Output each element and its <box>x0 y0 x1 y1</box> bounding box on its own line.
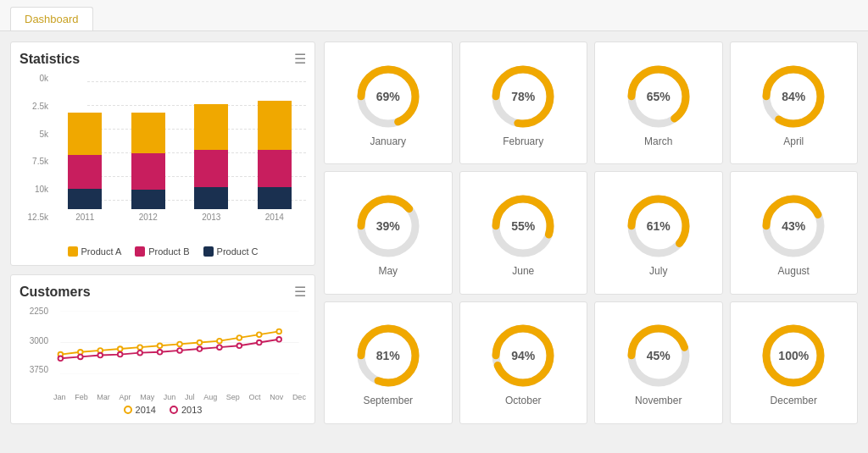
main-content: Statistics ☰ 12.5k 10k 7.5k 5k 2.5k 0k <box>0 31 868 434</box>
svg-point-26 <box>276 337 281 342</box>
customers-menu-icon[interactable]: ☰ <box>294 284 306 300</box>
legend-label-a: Product A <box>81 246 122 257</box>
donut-card-april: 84% April <box>730 41 859 164</box>
donut-wrapper-may: 39% <box>354 192 422 260</box>
donut-label-july: 61% <box>647 219 670 233</box>
donut-month-december: December <box>771 395 817 406</box>
svg-point-7 <box>137 345 142 350</box>
donut-card-october: 94% October <box>459 301 588 424</box>
bar-group-2012: 2012 <box>127 113 170 222</box>
svg-point-24 <box>237 343 242 348</box>
donut-label-august: 43% <box>782 219 805 233</box>
legend-product-c: Product C <box>203 246 259 257</box>
bar-c-2014 <box>258 187 292 209</box>
donut-month-june: June <box>512 265 534 277</box>
line-chart-svg <box>53 311 306 374</box>
donut-label-april: 84% <box>782 90 805 103</box>
legend-dot-c <box>203 246 214 257</box>
donut-label-november: 45% <box>647 349 670 362</box>
donut-month-february: February <box>503 135 543 147</box>
bar-chart-area: 12.5k 10k 7.5k 5k 2.5k 0k <box>19 74 306 243</box>
donut-label-june: 55% <box>511 219 535 233</box>
donut-wrapper-july: 61% <box>625 192 693 260</box>
legend-label-c: Product C <box>217 246 259 257</box>
bar-label-2013: 2013 <box>202 213 220 222</box>
svg-point-25 <box>257 340 262 345</box>
svg-point-17 <box>97 353 103 358</box>
legend-2014: 2014 <box>124 405 156 415</box>
legend-label-2013: 2013 <box>181 405 202 415</box>
svg-point-6 <box>118 346 123 351</box>
svg-point-21 <box>177 348 182 353</box>
donut-card-march: 65% March <box>594 41 723 164</box>
donut-wrapper-june: 55% <box>489 192 557 260</box>
donut-card-january: 69% January <box>324 41 453 164</box>
bar-chart-legend: Product A Product B Product C <box>19 246 306 257</box>
y-axis: 12.5k 10k 7.5k 5k 2.5k 0k <box>19 74 52 222</box>
svg-point-13 <box>257 332 262 337</box>
donut-label-march: 65% <box>647 90 670 103</box>
svg-point-10 <box>198 340 203 345</box>
donut-wrapper-november: 45% <box>625 322 693 389</box>
legend-label-2014: 2014 <box>136 405 156 415</box>
donut-month-august: August <box>778 265 810 277</box>
bar-group-2014: 2014 <box>253 101 296 222</box>
donut-month-may: May <box>378 265 398 277</box>
donut-month-january: January <box>370 135 406 147</box>
bar-b-2013 <box>194 150 228 187</box>
svg-point-23 <box>217 345 222 350</box>
donut-label-december: 100% <box>778 349 809 362</box>
bars-wrapper: 2011 2012 2013 <box>53 82 306 222</box>
donut-wrapper-september: 81% <box>354 322 422 389</box>
legend-product-b: Product B <box>135 246 189 257</box>
bar-a-2013 <box>194 104 228 150</box>
donut-card-november: 45% November <box>594 301 723 424</box>
donut-wrapper-february: 78% <box>489 63 557 130</box>
svg-point-15 <box>58 356 64 361</box>
statistics-title: Statistics <box>19 52 80 67</box>
donut-month-november: November <box>635 395 682 406</box>
donut-label-february: 78% <box>511 90 535 103</box>
bar-group-2013: 2013 <box>190 104 232 222</box>
donut-wrapper-january: 69% <box>354 63 422 130</box>
tab-bar: Dashboard <box>0 0 868 31</box>
donut-label-may: 39% <box>376 219 400 233</box>
donut-month-march: March <box>644 135 672 147</box>
svg-point-19 <box>137 351 142 356</box>
x-labels: Jan Feb Mar Apr May Jun Jul Aug Sep Oct … <box>19 393 306 401</box>
svg-point-9 <box>177 342 182 347</box>
donut-wrapper-april: 84% <box>760 63 827 130</box>
bar-label-2014: 2014 <box>265 213 284 222</box>
donut-wrapper-march: 65% <box>625 63 693 130</box>
donut-month-april: April <box>783 135 804 147</box>
line-chart-area: 3750 3000 2250 <box>19 307 306 391</box>
bar-c-2012 <box>131 190 165 209</box>
svg-point-20 <box>158 350 163 355</box>
donut-card-august: 43% August <box>730 171 859 294</box>
donut-card-may: 39% May <box>324 171 453 294</box>
statistics-menu-icon[interactable]: ☰ <box>294 51 306 67</box>
tab-dashboard[interactable]: Dashboard <box>10 7 93 30</box>
svg-point-18 <box>118 352 123 357</box>
svg-point-8 <box>158 343 163 348</box>
donut-card-june: 55% June <box>459 171 588 294</box>
svg-point-11 <box>217 339 222 344</box>
donut-card-february: 78% February <box>459 41 588 164</box>
legend-label-b: Product B <box>148 246 189 257</box>
legend-dot-b <box>135 246 145 257</box>
legend-product-a: Product A <box>68 246 122 257</box>
legend-circle-2014 <box>124 406 132 414</box>
bar-label-2011: 2011 <box>75 213 94 222</box>
customers-header: Customers ☰ <box>19 284 306 300</box>
svg-point-16 <box>78 355 83 360</box>
legend-circle-2013 <box>170 406 178 414</box>
bar-group-2011: 2011 <box>64 113 106 222</box>
donut-month-july: July <box>649 265 667 277</box>
bar-label-2012: 2012 <box>139 213 158 222</box>
bar-c-2011 <box>68 189 102 209</box>
bars-container: 2011 2012 2013 <box>53 82 306 222</box>
statistics-header: Statistics ☰ <box>19 51 306 67</box>
bar-b-2011 <box>68 155 102 189</box>
donut-wrapper-october: 94% <box>489 322 557 389</box>
donut-card-july: 61% July <box>594 171 723 294</box>
